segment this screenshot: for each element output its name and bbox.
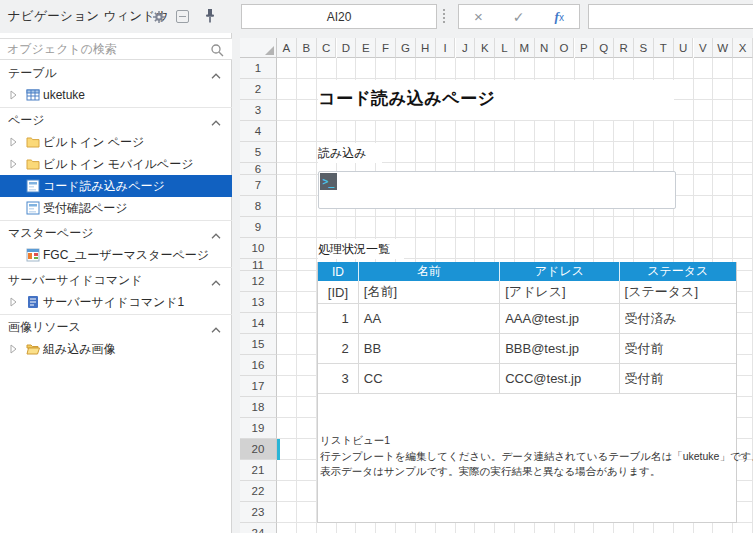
expander-icon[interactable] (8, 343, 18, 358)
formula-input[interactable] (589, 5, 753, 28)
row-header[interactable]: 13 (240, 292, 277, 313)
gear-icon[interactable] (152, 10, 166, 24)
expander-icon[interactable] (8, 158, 18, 173)
expander-icon[interactable] (8, 296, 18, 311)
chevron-up-icon[interactable] (210, 229, 222, 243)
tree-item[interactable]: uketuke (0, 84, 232, 106)
row-header[interactable]: 10 (240, 238, 277, 259)
confirm-icon[interactable]: ✓ (513, 10, 525, 24)
tree-item[interactable]: FGC_ユーザーマスターページ (0, 244, 232, 266)
column-header[interactable]: E (356, 38, 376, 58)
cancel-icon[interactable]: × (474, 9, 483, 24)
object-search-input[interactable] (0, 39, 200, 59)
column-header[interactable]: D (337, 38, 357, 58)
section-header-1[interactable]: ページ (0, 109, 232, 131)
listview-row[interactable]: 2BBBBB@test.jp受付前 (318, 334, 736, 364)
row-header[interactable]: 1 (240, 58, 277, 79)
tree-item[interactable]: ビルトイン ページ (0, 131, 232, 153)
tree-item[interactable]: サーバーサイドコマンド1 (0, 291, 232, 313)
formula-bar-drag-handle[interactable] (443, 9, 445, 23)
code-input-box[interactable]: >_ (318, 171, 676, 209)
chevron-up-icon[interactable] (210, 276, 222, 290)
column-header[interactable]: X (733, 38, 753, 58)
row-header[interactable]: 8 (240, 196, 277, 217)
section-separator (0, 107, 232, 108)
section-header-4[interactable]: 画像リソース (0, 316, 232, 338)
tree-item[interactable]: 組み込み画像 (0, 338, 232, 360)
tree-item-label: ビルトイン ページ (43, 131, 144, 153)
expander-icon[interactable] (8, 136, 18, 151)
tree-item[interactable]: ビルトイン モバイルページ (0, 153, 232, 175)
column-header[interactable]: U (674, 38, 694, 58)
section-header-3[interactable]: サーバーサイドコマンド (0, 269, 232, 291)
chevron-up-icon[interactable] (210, 116, 222, 130)
row-header[interactable]: 11 (240, 259, 277, 271)
tree-item[interactable]: コード読み込みページ (0, 175, 232, 197)
column-header[interactable]: B (297, 38, 317, 58)
row-header[interactable]: 6 (240, 163, 277, 175)
listview-header-cell[interactable]: ID (318, 262, 359, 281)
listview-control[interactable]: ID名前アドレスステータス [ID][名前][アドレス][ステータス]1AAAA… (317, 262, 737, 523)
row-header[interactable]: 7 (240, 175, 277, 196)
column-header[interactable]: A (277, 38, 297, 58)
row-header[interactable]: 22 (240, 481, 277, 502)
row-header[interactable]: 4 (240, 121, 277, 142)
minimize-icon[interactable] (176, 10, 189, 23)
row-header[interactable]: 18 (240, 397, 277, 418)
column-header[interactable]: T (654, 38, 674, 58)
column-header[interactable]: J (456, 38, 476, 58)
select-all-corner[interactable] (240, 38, 277, 58)
insert-function-icon[interactable]: fx (555, 9, 564, 25)
column-header[interactable]: R (614, 38, 634, 58)
chevron-up-icon[interactable] (210, 323, 222, 337)
row-header[interactable]: 19 (240, 418, 277, 439)
expander-icon[interactable] (8, 89, 18, 104)
column-header[interactable]: C (317, 38, 337, 58)
row-header[interactable]: 21 (240, 460, 277, 481)
row-header[interactable]: 12 (240, 271, 277, 292)
section-header-2[interactable]: マスターページ (0, 222, 232, 244)
row-header[interactable]: 24 (240, 523, 277, 533)
listview-template-cell: [アドレス] (500, 281, 619, 303)
row-header[interactable]: 15 (240, 334, 277, 355)
tree-item[interactable]: 受付確認ページ (0, 197, 232, 219)
row-header[interactable]: 20 (240, 439, 277, 460)
listview-header-cell[interactable]: 名前 (359, 262, 500, 281)
column-header[interactable]: L (495, 38, 515, 58)
column-header[interactable]: V (694, 38, 714, 58)
listview-cell: 受付前 (620, 334, 736, 363)
column-header[interactable]: S (634, 38, 654, 58)
column-header[interactable]: N (535, 38, 555, 58)
column-header[interactable]: M (515, 38, 535, 58)
object-search-box (0, 38, 232, 60)
listview-cell: 1 (318, 304, 359, 333)
listview-header-cell[interactable]: ステータス (620, 262, 736, 281)
cell-name-box[interactable]: AI20 (241, 4, 437, 29)
row-header[interactable]: 3 (240, 100, 277, 121)
row-header[interactable]: 16 (240, 355, 277, 376)
listview-template-row[interactable]: [ID][名前][アドレス][ステータス] (318, 281, 736, 304)
column-header[interactable]: O (555, 38, 575, 58)
row-header[interactable]: 5 (240, 142, 277, 163)
listview-header-cell[interactable]: アドレス (500, 262, 619, 281)
column-header[interactable]: P (575, 38, 595, 58)
row-header[interactable]: 2 (240, 79, 277, 100)
section-header-0[interactable]: テーブル (0, 62, 232, 84)
chevron-up-icon[interactable] (210, 69, 222, 83)
column-header[interactable]: K (475, 38, 495, 58)
column-header[interactable]: H (416, 38, 436, 58)
row-header[interactable]: 14 (240, 313, 277, 334)
column-header[interactable]: W (713, 38, 733, 58)
column-header[interactable]: F (376, 38, 396, 58)
listview-row[interactable]: 1AAAAA@test.jp受付済み (318, 304, 736, 334)
column-header[interactable]: Q (594, 38, 614, 58)
gridline (277, 141, 753, 142)
row-header[interactable]: 9 (240, 217, 277, 238)
pin-icon[interactable] (204, 8, 216, 25)
column-header[interactable]: I (436, 38, 456, 58)
row-header[interactable]: 17 (240, 376, 277, 397)
row-header[interactable]: 23 (240, 502, 277, 523)
column-header[interactable]: G (396, 38, 416, 58)
section-separator (0, 220, 232, 221)
listview-row[interactable]: 3CCCCC@test.jp受付前 (318, 364, 736, 394)
